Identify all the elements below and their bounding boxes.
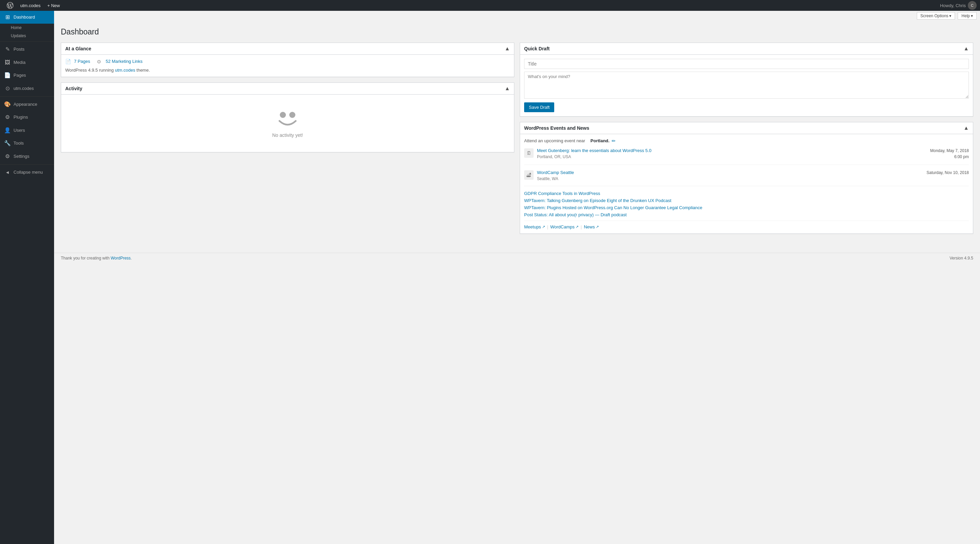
wp-logo-link[interactable] [3, 0, 17, 11]
theme-link[interactable]: utm.codes [115, 68, 135, 73]
pages-count-link[interactable]: 7 Pages [74, 59, 90, 64]
sidebar-item-pages[interactable]: 📄 Pages [0, 69, 54, 82]
event-2-location: Seattle, WA [537, 177, 923, 181]
user-info[interactable]: Howdy, Chris C [940, 1, 977, 10]
news-link-1[interactable]: GDPR Compliance Tools in WordPress [524, 191, 969, 196]
dashboard-grid: At a Glance ▲ 📄 7 Pages ⊙ [61, 43, 973, 239]
sidebar-item-collapse[interactable]: ◂ Collapse menu [0, 166, 54, 179]
new-label: + New [47, 3, 60, 8]
news-external-icon: ↗ [596, 225, 599, 229]
event-2-date: Saturday, Nov 10, 2018 [927, 170, 969, 176]
activity-toggle[interactable]: ▲ [504, 86, 510, 92]
sidebar-utm-label: utm.codes [14, 86, 50, 92]
sidebar-item-tools[interactable]: 🔧 Tools [0, 137, 54, 150]
quick-draft-header: Quick Draft ▲ [520, 43, 973, 55]
quick-draft-toggle[interactable]: ▲ [963, 46, 969, 52]
at-a-glance-title: At a Glance [65, 46, 91, 51]
activity-empty-state: No activity yet! [65, 99, 510, 148]
marketing-glance-icon: ⊙ [97, 59, 104, 64]
glance-stats: 📄 7 Pages ⊙ 52 Marketing Links [65, 59, 510, 64]
event-2-details: WordCamp Seattle Seattle, WA [537, 170, 923, 181]
sidebar-item-plugins[interactable]: ⚙ Plugins [0, 111, 54, 124]
meetups-link[interactable]: Meetups ↗ [524, 224, 545, 229]
media-icon: 🖼 [4, 59, 11, 66]
sidebar-item-posts[interactable]: ✎ Posts [0, 43, 54, 56]
at-a-glance-toggle[interactable]: ▲ [504, 46, 510, 52]
chevron-down-icon: ▾ [949, 14, 951, 18]
edit-location-icon[interactable]: ✏ [612, 138, 616, 143]
sidebar-settings-label: Settings [14, 153, 50, 159]
news-link-4[interactable]: Post Status: All about you(r privacy) — … [524, 212, 969, 217]
sidebar-item-utm[interactable]: ⊙ utm.codes [0, 82, 54, 95]
sidebar-tools-label: Tools [14, 140, 50, 146]
activity-widget: Activity ▲ [61, 83, 514, 153]
at-a-glance-header: At a Glance ▲ [61, 43, 514, 55]
wp-logo-icon [7, 2, 14, 9]
collapse-icon: ◂ [4, 169, 11, 176]
wordcamps-external-icon: ↗ [576, 225, 579, 229]
plugins-icon: ⚙ [4, 113, 11, 121]
at-a-glance-body: 📄 7 Pages ⊙ 52 Marketing Links WordPress… [61, 55, 514, 77]
dashboard-icon: ⊞ [4, 14, 11, 21]
sidebar-item-home[interactable]: Home [0, 24, 54, 32]
pages-glance-icon: 📄 [65, 59, 72, 64]
at-a-glance-widget: At a Glance ▲ 📄 7 Pages ⊙ [61, 43, 514, 77]
event-2-title-link[interactable]: WordCamp Seattle [537, 170, 574, 175]
event-2-icon: 🏕 [524, 170, 534, 180]
posts-icon: ✎ [4, 46, 11, 53]
wp-events-toggle[interactable]: ▲ [963, 125, 969, 131]
event-1-location: Portland, OR, USA [537, 154, 927, 159]
new-content-link[interactable]: + New [44, 0, 63, 11]
sidebar-appearance-label: Appearance [14, 101, 50, 107]
sidebar-item-updates[interactable]: Updates [0, 32, 54, 40]
event-item-2: 🏕 WordCamp Seattle Seattle, WA Saturday,… [524, 170, 969, 186]
draft-title-input[interactable] [524, 59, 969, 69]
news-footer-link[interactable]: News ↗ [584, 224, 599, 229]
sidebar-dashboard-label: Dashboard [14, 14, 50, 20]
event-1-title-link[interactable]: Meet Gutenberg: learn the essentials abo… [537, 148, 652, 153]
wp-events-title: WordPress Events and News [524, 126, 589, 131]
glance-marketing-stat: ⊙ 52 Marketing Links [97, 59, 143, 64]
footer-sep-2: | [581, 224, 582, 229]
activity-header: Activity ▲ [61, 83, 514, 95]
main-content: Screen Options ▾ Help ▾ Dashboard At a G… [54, 11, 980, 544]
save-draft-button[interactable]: Save Draft [524, 102, 554, 112]
screen-options-bar: Screen Options ▾ Help ▾ [54, 11, 980, 21]
news-links: GDPR Compliance Tools in WordPress WPTav… [524, 191, 969, 217]
howdy-text: Howdy, Chris [940, 3, 966, 8]
sidebar-item-settings[interactable]: ⚙ Settings [0, 150, 54, 163]
sidebar-collapse-label: Collapse menu [14, 169, 50, 175]
marketing-count-link[interactable]: 52 Marketing Links [106, 59, 143, 64]
activity-empty-text: No activity yet! [272, 132, 303, 138]
quick-draft-widget: Quick Draft ▲ Save Draft [520, 43, 973, 116]
admin-bar: utm.codes + New Howdy, Chris C [0, 0, 980, 11]
sidebar-item-media[interactable]: 🖼 Media [0, 56, 54, 69]
sidebar-pages-label: Pages [14, 72, 50, 78]
footer-sep-1: | [547, 224, 548, 229]
draft-content-textarea[interactable] [524, 72, 969, 99]
wordcamps-link[interactable]: WordCamps ↗ [550, 224, 579, 229]
glance-pages-stat: 📄 7 Pages [65, 59, 90, 64]
sidebar-item-appearance[interactable]: 🎨 Appearance [0, 98, 54, 111]
svg-point-1 [289, 112, 295, 118]
quick-draft-title: Quick Draft [524, 46, 549, 51]
news-link-3[interactable]: WPTavern: Plugins Hosted on WordPress.or… [524, 205, 969, 210]
event-1-icon: 🗓 [524, 148, 534, 158]
wp-events-body: Attend an upcoming event near Portland. … [520, 134, 973, 234]
help-button[interactable]: Help ▾ [958, 12, 977, 20]
users-icon: 👤 [4, 127, 11, 134]
right-column: Quick Draft ▲ Save Draft WordPress Event… [520, 43, 973, 239]
help-chevron-icon: ▾ [971, 14, 973, 18]
sidebar-users-label: Users [14, 127, 50, 134]
site-name-link[interactable]: utm.codes [17, 0, 44, 11]
wordpress-credit-link[interactable]: WordPress [110, 256, 130, 261]
news-link-2[interactable]: WPTavern: Talking Gutenberg on Episode E… [524, 198, 969, 203]
sidebar-item-dashboard[interactable]: ⊞ Dashboard [0, 11, 54, 24]
sidebar-item-users[interactable]: 👤 Users [0, 124, 54, 137]
settings-icon: ⚙ [4, 153, 11, 160]
wp-events-widget: WordPress Events and News ▲ Attend an up… [520, 122, 973, 234]
activity-title: Activity [65, 86, 83, 91]
page-title: Dashboard [61, 27, 973, 37]
screen-options-button[interactable]: Screen Options ▾ [917, 12, 955, 20]
menu-separator-1 [0, 41, 54, 41]
